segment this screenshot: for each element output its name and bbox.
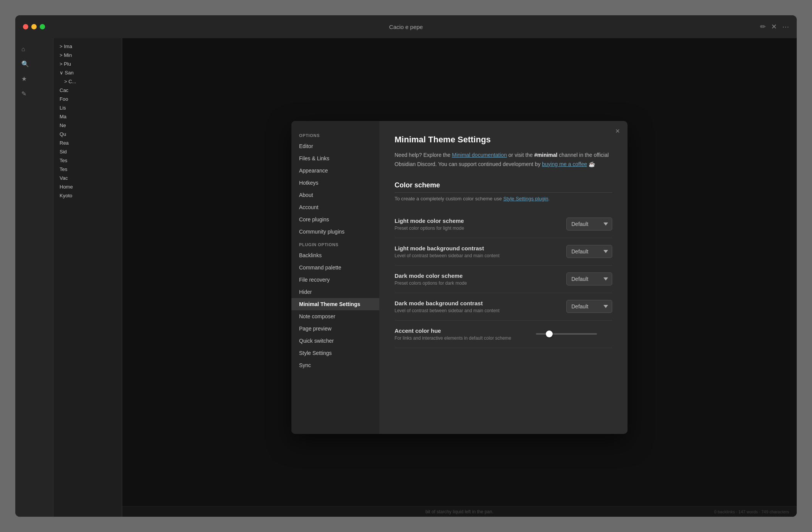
- main-content: × Options Editor Files & Links Appearanc…: [122, 38, 797, 517]
- setting-control-light-contrast[interactable]: Default Low High: [566, 245, 612, 258]
- settings-item-command-palette[interactable]: Command palette: [291, 261, 379, 274]
- settings-item-page-preview[interactable]: Page preview: [291, 322, 379, 335]
- setting-row-dark-contrast: Dark mode background contrast Level of c…: [395, 293, 612, 321]
- setting-control-light-color[interactable]: Default Minimal Things WYR: [566, 218, 612, 231]
- setting-desc-light-contrast: Level of contrast between sidebar and ma…: [395, 253, 559, 258]
- file-tree-item[interactable]: Lis: [53, 103, 122, 112]
- settings-item-editor[interactable]: Editor: [291, 140, 379, 152]
- file-tree-item[interactable]: Qu: [53, 130, 122, 139]
- settings-page-title: Minimal Theme Settings: [395, 135, 612, 145]
- minimize-dot[interactable]: [31, 24, 37, 29]
- setting-desc-accent-hue: For links and interactive elements in de…: [395, 335, 528, 341]
- settings-item-quick-switcher[interactable]: Quick switcher: [291, 335, 379, 347]
- modal-backdrop[interactable]: × Options Editor Files & Links Appearanc…: [122, 38, 797, 517]
- settings-item-note-composer[interactable]: Note composer: [291, 310, 379, 322]
- sidebar-search-icon[interactable]: 🔍: [15, 56, 53, 71]
- buy-coffee-link[interactable]: buying me a coffee: [542, 161, 587, 167]
- settings-item-core-plugins[interactable]: Core plugins: [291, 213, 379, 226]
- setting-label-accent-hue: Accent color hue: [395, 327, 528, 334]
- accent-hue-slider[interactable]: [536, 333, 597, 335]
- title-actions: ✏ ✕ ⋯: [760, 23, 789, 31]
- setting-control-dark-contrast[interactable]: Default Low High: [566, 300, 612, 313]
- setting-label-dark-contrast: Dark mode background contrast: [395, 300, 559, 306]
- maximize-dot[interactable]: [40, 24, 45, 29]
- setting-row-dark-color-scheme: Dark mode color scheme Preset colors opt…: [395, 266, 612, 293]
- file-tree-item[interactable]: > Ima: [53, 42, 122, 51]
- sidebar-edit-icon[interactable]: ✎: [15, 86, 53, 101]
- sidebar-star-icon[interactable]: ★: [15, 71, 53, 86]
- file-tree-item[interactable]: Sid: [53, 147, 122, 156]
- file-tree-item[interactable]: Foo: [53, 95, 122, 103]
- file-tree-item[interactable]: > Plu: [53, 60, 122, 68]
- file-tree-item[interactable]: Kyoto: [53, 191, 122, 200]
- close-dot[interactable]: [23, 24, 28, 29]
- file-tree-item[interactable]: Home: [53, 182, 122, 191]
- settings-item-about[interactable]: About: [291, 189, 379, 201]
- file-tree-item[interactable]: Cac: [53, 86, 122, 95]
- app-window: Cacio e pepe ✏ ✕ ⋯ ⌂ 🔍 ★ ✎ > Ima > Min >…: [15, 15, 797, 517]
- settings-item-minimal-theme[interactable]: Minimal Theme Settings: [291, 298, 379, 310]
- window-title: Cacio e pepe: [389, 24, 423, 30]
- edit-icon[interactable]: ✏: [760, 23, 766, 31]
- setting-desc-dark-contrast: Level of contrast between sidebar and ma…: [395, 308, 559, 313]
- color-scheme-heading: Color scheme: [395, 181, 612, 193]
- file-tree-item[interactable]: Tes: [53, 156, 122, 165]
- app-body: ⌂ 🔍 ★ ✎ > Ima > Min > Plu ∨ San > C... C…: [15, 38, 797, 517]
- settings-item-account[interactable]: Account: [291, 201, 379, 213]
- setting-row-light-contrast: Light mode background contrast Level of …: [395, 238, 612, 266]
- setting-row-light-color-scheme: Light mode color scheme Preset color opt…: [395, 211, 612, 238]
- setting-row-accent-hue: Accent color hue For links and interacti…: [395, 321, 612, 348]
- settings-item-backlinks[interactable]: Backlinks: [291, 249, 379, 261]
- settings-item-hider[interactable]: Hider: [291, 286, 379, 298]
- file-tree-item[interactable]: Ma: [53, 112, 122, 121]
- setting-desc-dark-color: Preset colors options for dark mode: [395, 281, 559, 286]
- file-tree: > Ima > Min > Plu ∨ San > C... Cac Foo L…: [53, 38, 122, 517]
- settings-sidebar: Options Editor Files & Links Appearance …: [291, 121, 379, 434]
- settings-item-style-settings[interactable]: Style Settings: [291, 347, 379, 359]
- settings-intro: Need help? Explore the Minimal documenta…: [395, 151, 612, 169]
- light-contrast-select[interactable]: Default Low High: [566, 245, 612, 258]
- slider-wrapper: [536, 333, 612, 335]
- close-icon[interactable]: ✕: [771, 23, 777, 31]
- minimal-docs-link[interactable]: Minimal documentation: [452, 152, 507, 158]
- file-tree-item[interactable]: > Min: [53, 51, 122, 60]
- modal-close-button[interactable]: ×: [615, 127, 620, 135]
- settings-item-appearance[interactable]: Appearance: [291, 164, 379, 177]
- file-tree-item[interactable]: > C...: [53, 77, 122, 86]
- setting-label-dark-color: Dark mode color scheme: [395, 272, 559, 279]
- dark-color-scheme-select[interactable]: Default Minimal Things WYR: [566, 272, 612, 285]
- color-scheme-sub: To create a completely custom color sche…: [395, 196, 612, 202]
- setting-control-dark-color[interactable]: Default Minimal Things WYR: [566, 272, 612, 285]
- style-settings-link[interactable]: Style Settings plugin: [503, 196, 548, 202]
- title-bar: Cacio e pepe ✏ ✕ ⋯: [15, 15, 797, 38]
- file-tree-item[interactable]: Ne: [53, 121, 122, 130]
- sidebar-home-icon[interactable]: ⌂: [15, 42, 53, 56]
- setting-label-light-color: Light mode color scheme: [395, 218, 559, 224]
- light-color-scheme-select[interactable]: Default Minimal Things WYR: [566, 218, 612, 231]
- settings-item-hotkeys[interactable]: Hotkeys: [291, 177, 379, 189]
- setting-control-accent-hue[interactable]: [536, 333, 612, 335]
- settings-item-community-plugins[interactable]: Community plugins: [291, 226, 379, 238]
- settings-content: Minimal Theme Settings Need help? Explor…: [379, 121, 628, 434]
- file-tree-item[interactable]: ∨ San: [53, 68, 122, 77]
- file-tree-item[interactable]: Tes: [53, 165, 122, 174]
- settings-modal: × Options Editor Files & Links Appearanc…: [291, 121, 628, 434]
- file-tree-item[interactable]: Rea: [53, 139, 122, 147]
- file-tree-item[interactable]: Vac: [53, 174, 122, 182]
- settings-item-file-recovery[interactable]: File recovery: [291, 274, 379, 286]
- dark-contrast-select[interactable]: Default Low High: [566, 300, 612, 313]
- setting-desc-light-color: Preset color options for light mode: [395, 226, 559, 231]
- file-sidebar: ⌂ 🔍 ★ ✎: [15, 38, 53, 517]
- window-controls: [23, 24, 45, 29]
- setting-label-light-contrast: Light mode background contrast: [395, 245, 559, 251]
- plugin-options-section-label: Plugin options: [291, 238, 379, 249]
- settings-item-files-links[interactable]: Files & Links: [291, 152, 379, 164]
- options-section-label: Options: [291, 129, 379, 140]
- more-icon[interactable]: ⋯: [782, 23, 789, 31]
- settings-item-sync[interactable]: Sync: [291, 359, 379, 371]
